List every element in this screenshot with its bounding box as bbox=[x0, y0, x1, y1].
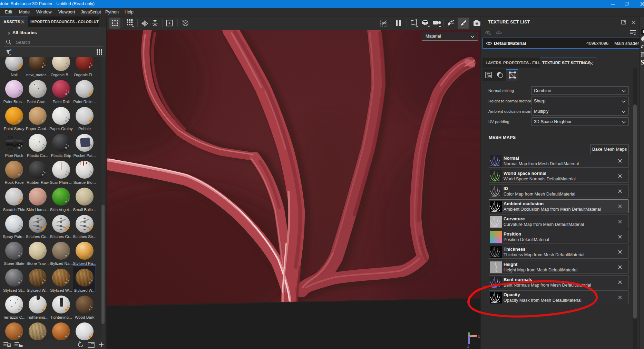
svg-text:z: z bbox=[467, 345, 469, 348]
svg-text:1: 1 bbox=[498, 31, 500, 34]
svg-text:x: x bbox=[478, 335, 480, 338]
